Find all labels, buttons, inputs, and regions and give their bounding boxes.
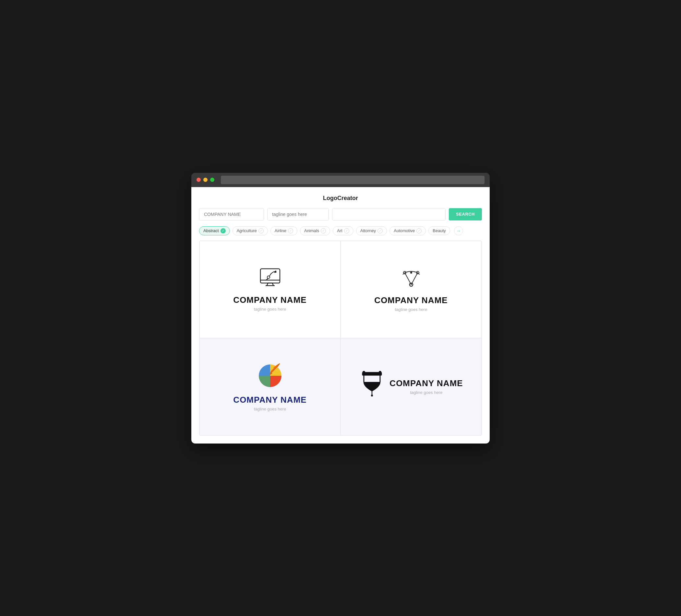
address-bar[interactable] (221, 176, 484, 184)
tagline-input[interactable] (267, 208, 329, 221)
logo-card-2[interactable]: COMPANY NAME tagline goes here (340, 241, 482, 338)
logo-4-text: COMPANY NAME tagline goes here (389, 378, 463, 395)
search-button[interactable]: SEARCH (449, 208, 482, 221)
app-title: LogoCreator (199, 195, 482, 202)
maximize-button[interactable] (210, 178, 215, 182)
airline-check-icon: ✓ (288, 228, 293, 233)
minimize-button[interactable] (203, 178, 207, 182)
agriculture-check-icon: ✓ (258, 228, 263, 233)
animals-check-icon: ✓ (321, 228, 326, 233)
category-chip-agriculture[interactable]: Agriculture ✓ (232, 226, 268, 235)
beauty-label: Beauty (433, 228, 446, 233)
search-bar: SEARCH (199, 208, 482, 221)
svg-point-19 (371, 394, 373, 396)
category-chip-airline[interactable]: Airline ✓ (271, 226, 297, 235)
logo-2-company: COMPANY NAME (374, 296, 448, 305)
logo-card-1[interactable]: COMPANY NAME tagline goes here (199, 241, 340, 338)
colorful-brush-icon (256, 362, 284, 390)
logo-1-company: COMPANY NAME (233, 295, 306, 305)
extra-input[interactable] (332, 208, 446, 221)
app-content: LogoCreator SEARCH Abstract ✓ Agricultur… (191, 187, 490, 443)
pen-inline-icon (359, 369, 385, 399)
airline-label: Airline (275, 228, 286, 233)
category-bar: Abstract ✓ Agriculture ✓ Airline ✓ Anima… (199, 226, 482, 235)
logo-1-tagline: tagline goes here (254, 307, 286, 312)
svg-point-20 (362, 371, 365, 374)
svg-rect-15 (362, 372, 382, 376)
abstract-label: Abstract (203, 228, 219, 233)
svg-point-11 (410, 272, 412, 274)
logo-card-3[interactable]: COMPANY NAME tagline goes here (199, 338, 340, 435)
close-button[interactable] (197, 178, 201, 182)
pen-tool-icon (398, 267, 424, 290)
categories-next-button[interactable]: → (454, 226, 463, 235)
svg-point-21 (379, 371, 381, 374)
category-chip-attorney[interactable]: Attorney ✓ (356, 226, 387, 235)
svg-rect-0 (260, 269, 280, 283)
logo-2-tagline: tagline goes here (395, 307, 427, 312)
category-chip-art[interactable]: Art ✓ (333, 226, 353, 235)
automotive-check-icon: ✓ (417, 228, 422, 233)
svg-point-6 (267, 276, 270, 279)
automotive-label: Automotive (394, 228, 415, 233)
logo-grid: COMPANY NAME tagline goes here (199, 240, 482, 436)
logo-3-company: COMPANY NAME (233, 395, 306, 405)
attorney-label: Attorney (360, 228, 376, 233)
category-chip-abstract[interactable]: Abstract ✓ (199, 226, 230, 235)
agriculture-label: Agriculture (237, 228, 257, 233)
logo-4-company: COMPANY NAME (389, 378, 463, 388)
logo-4-inline-wrap: COMPANY NAME tagline goes here (359, 369, 463, 404)
category-chip-beauty[interactable]: Beauty (428, 226, 450, 235)
titlebar (191, 173, 490, 187)
logo-3-tagline: tagline goes here (254, 407, 286, 411)
animals-label: Animals (304, 228, 319, 233)
attorney-check-icon: ✓ (377, 228, 383, 233)
monitor-brush-icon (257, 267, 283, 290)
company-name-input[interactable] (199, 208, 264, 221)
abstract-check-icon: ✓ (221, 228, 226, 233)
art-label: Art (337, 228, 343, 233)
logo-4-tagline: tagline goes here (389, 390, 463, 395)
category-chip-automotive[interactable]: Automotive ✓ (389, 226, 426, 235)
art-check-icon: ✓ (344, 228, 349, 233)
logo-card-4[interactable]: COMPANY NAME tagline goes here (340, 338, 482, 435)
browser-window: LogoCreator SEARCH Abstract ✓ Agricultur… (191, 173, 490, 443)
category-chip-animals[interactable]: Animals ✓ (300, 226, 330, 235)
